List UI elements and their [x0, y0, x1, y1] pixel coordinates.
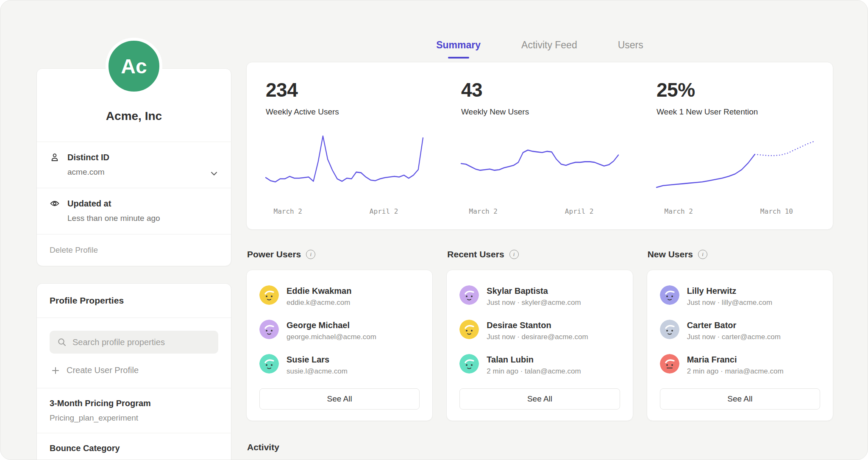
user-avatar — [660, 285, 679, 305]
stat-retention: 25% Week 1 New User Retention March 2 Ma… — [637, 78, 833, 218]
x-tick-start: March 2 — [274, 207, 302, 215]
user-subtext: Just now · lilly@acme.com — [687, 298, 772, 307]
user-row[interactable]: Eddie Kwakman eddie.k@acme.com — [259, 285, 420, 307]
info-icon[interactable]: i — [306, 250, 315, 259]
org-avatar: Ac — [106, 38, 162, 95]
x-tick-start: March 2 — [665, 207, 693, 215]
user-name: Skylar Baptista — [487, 285, 581, 296]
chart-x-axis: March 2 April 2 — [461, 207, 618, 218]
delete-profile-button[interactable]: Delete Profile — [37, 234, 231, 266]
x-tick-end: April 2 — [565, 207, 593, 215]
stat-label: Week 1 New User Retention — [657, 107, 814, 117]
see-all-button[interactable]: See All — [660, 388, 820, 410]
info-icon[interactable]: i — [509, 250, 519, 259]
info-icon[interactable]: i — [698, 250, 707, 259]
new-users-card: Lilly Herwitz Just now · lilly@acme.com — [647, 270, 833, 421]
property-value: Pricing_plan_experiment — [50, 413, 218, 423]
stat-value: 43 — [461, 78, 618, 101]
see-all-button[interactable]: See All — [259, 388, 420, 410]
power-users-section: Power Users i Eddie Kwakman eddie — [246, 249, 433, 421]
property-value: inactive-mailbox — [50, 458, 218, 460]
user-avatar — [660, 320, 679, 339]
stat-value: 234 — [266, 78, 423, 101]
user-name: George Michael — [287, 320, 376, 330]
user-avatar — [660, 354, 679, 374]
updated-at-row: Updated at Less than one minute ago — [37, 188, 231, 234]
profile-card: Acme, Inc Distinct ID acme.com — [36, 68, 231, 266]
profile-sidebar: Ac Acme, Inc Distinct ID acme.com — [36, 0, 231, 460]
section-title: Recent Users — [447, 249, 504, 259]
user-row[interactable]: George Michael george.michael@acme.com — [259, 320, 420, 341]
stat-weekly-active-users: 234 Weekly Active Users March 2 April 2 — [247, 78, 442, 218]
org-avatar-initials: Ac — [121, 55, 147, 78]
stat-value: 25% — [657, 78, 814, 101]
profile-properties-title: Profile Properties — [37, 284, 231, 318]
profile-properties-card: Profile Properties Create User Profile 3… — [36, 283, 231, 460]
user-row[interactable]: Skylar Baptista Just now · skyler@acme.c… — [459, 285, 620, 307]
user-row[interactable]: Carter Bator Just now · carter@acme.com — [660, 320, 820, 341]
distinct-id-row[interactable]: Distinct ID acme.com — [37, 142, 231, 188]
property-label: 3-Month Pricing Program — [50, 399, 218, 408]
user-name: Eddie Kwakman — [287, 285, 351, 296]
weekly-active-users-chart — [266, 129, 423, 201]
x-tick-start: March 2 — [469, 207, 498, 215]
create-user-profile-button[interactable]: Create User Profile — [37, 354, 231, 388]
chevron-down-icon[interactable] — [209, 168, 219, 178]
chart-x-axis: March 2 March 10 — [657, 207, 814, 218]
property-row[interactable]: 3-Month Pricing Program Pricing_plan_exp… — [37, 388, 231, 433]
x-tick-end: March 10 — [760, 207, 793, 215]
recent-users-card: Skylar Baptista Just now · skyler@acme.c… — [446, 270, 633, 421]
plus-icon — [51, 366, 60, 375]
user-subtext: Just now · desirare@acme.com — [487, 333, 588, 341]
user-subtext: 2 min ago · maria@acme.com — [687, 367, 784, 376]
eye-icon — [50, 198, 60, 209]
updated-at-value: Less than one minute ago — [67, 214, 218, 223]
user-subtext: eddie.k@acme.com — [287, 298, 351, 307]
section-title: New Users — [648, 249, 693, 259]
tab-activity-feed[interactable]: Activity Feed — [521, 39, 577, 59]
user-subtext: 2 min ago · talan@acme.com — [487, 367, 581, 376]
retention-chart — [657, 129, 814, 201]
profile-properties-search[interactable] — [50, 331, 218, 354]
user-avatar — [459, 320, 479, 339]
user-subtext: Just now · skyler@acme.com — [487, 298, 581, 307]
search-input[interactable] — [72, 337, 211, 347]
user-row[interactable]: Desirae Stanton Just now · desirare@acme… — [459, 320, 620, 341]
user-name: Maria Franci — [687, 354, 784, 365]
user-row[interactable]: Maria Franci 2 min ago · maria@acme.com — [660, 354, 820, 376]
user-avatar — [459, 285, 479, 305]
tab-summary[interactable]: Summary — [436, 39, 481, 59]
user-name: Carter Bator — [687, 320, 781, 330]
x-tick-end: April 2 — [370, 207, 398, 215]
user-avatar — [259, 285, 279, 305]
user-name: Desirae Stanton — [487, 320, 588, 330]
chart-x-axis: March 2 April 2 — [266, 207, 423, 218]
updated-at-label: Updated at — [67, 199, 111, 209]
property-row[interactable]: Bounce Category inactive-mailbox — [37, 433, 231, 460]
user-avatar — [459, 354, 479, 374]
user-name: Talan Lubin — [487, 354, 581, 365]
person-icon — [50, 152, 60, 162]
section-title: Power Users — [247, 249, 301, 259]
stat-label: Weekly Active Users — [266, 107, 423, 117]
user-name: Susie Lars — [287, 354, 348, 365]
power-users-card: Eddie Kwakman eddie.k@acme.com George — [246, 270, 433, 421]
new-users-section: New Users i Lilly Herwitz Just no — [647, 249, 833, 421]
create-user-profile-label: Create User Profile — [67, 365, 139, 375]
distinct-id-label: Distinct ID — [67, 153, 109, 162]
stat-weekly-new-users: 43 Weekly New Users March 2 April 2 — [442, 78, 637, 218]
stat-label: Weekly New Users — [461, 107, 618, 117]
user-subtext: george.michael@acme.com — [287, 333, 376, 341]
user-sections: Power Users i Eddie Kwakman eddie — [246, 249, 833, 421]
user-row[interactable]: Talan Lubin 2 min ago · talan@acme.com — [459, 354, 620, 376]
user-row[interactable]: Susie Lars susie.l@acme.com — [259, 354, 420, 376]
search-icon — [57, 337, 67, 347]
activity-title: Activity — [246, 442, 833, 452]
user-name: Lilly Herwitz — [687, 285, 772, 296]
user-subtext: Just now · carter@acme.com — [687, 333, 781, 341]
distinct-id-value: acme.com — [67, 167, 218, 177]
user-row[interactable]: Lilly Herwitz Just now · lilly@acme.com — [660, 285, 820, 307]
user-subtext: susie.l@acme.com — [287, 367, 348, 376]
see-all-button[interactable]: See All — [459, 388, 620, 410]
tab-users[interactable]: Users — [618, 39, 643, 59]
